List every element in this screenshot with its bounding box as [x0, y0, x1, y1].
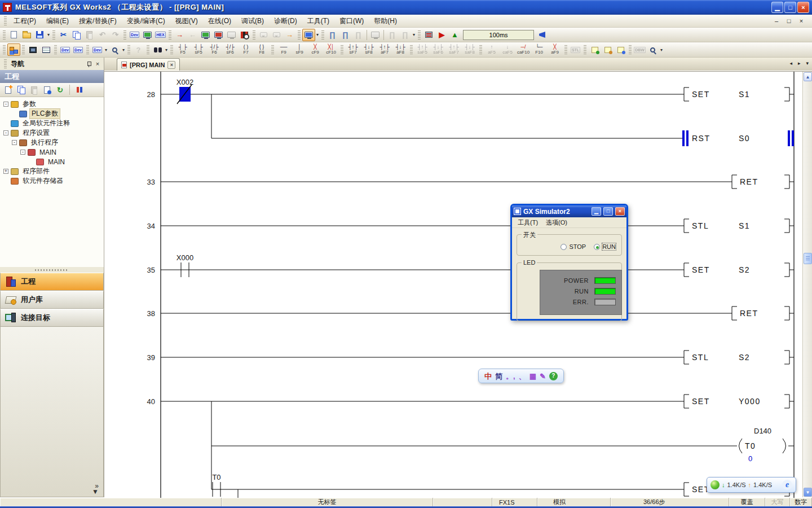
toolbar-grip[interactable]	[147, 45, 149, 54]
horizontal-line-button[interactable]: ──F9	[276, 43, 292, 56]
tree-item-程序部件[interactable]: +程序部件	[1, 167, 103, 176]
toolbar-grip[interactable]	[584, 45, 586, 54]
toolbar-grip[interactable]	[479, 45, 482, 54]
element-selection-button[interactable]	[27, 43, 39, 56]
refresh-button[interactable]: ↻	[55, 85, 65, 95]
menu-item-5[interactable]: 在线(O)	[203, 15, 236, 27]
more-chevron-icon[interactable]: ▼	[92, 489, 99, 494]
pin-icon[interactable]	[86, 62, 91, 67]
toolbar-grip[interactable]	[123, 30, 126, 40]
end-ladder-button[interactable]: └─F10	[531, 43, 547, 56]
menu-item-2[interactable]: 搜索/替换(F)	[74, 15, 122, 27]
menu-item-10[interactable]: 帮助(H)	[369, 15, 402, 27]
collapse-icon[interactable]: -	[20, 150, 25, 155]
open-project-button[interactable]	[20, 29, 33, 41]
tree-item-参数[interactable]: -参数	[1, 99, 103, 109]
stop-radio-circle[interactable]	[561, 244, 567, 250]
toolbar-grip[interactable]	[3, 30, 6, 40]
close-button[interactable]: ×	[797, 2, 809, 13]
toolbar-grip[interactable]	[54, 45, 57, 54]
expand-icon[interactable]: +	[3, 169, 8, 174]
step-execution-button[interactable]: ▲	[448, 29, 461, 41]
ime-help-icon[interactable]: ?	[549, 372, 558, 380]
monitor-stop-button[interactable]	[212, 29, 225, 41]
tab-scroll-left-icon[interactable]: ◂	[789, 60, 792, 66]
sidebar-splitter[interactable]	[0, 267, 104, 273]
rising-pulse-button[interactable]: ┤↑├sF7	[345, 43, 361, 56]
minimize-button[interactable]: ▁	[771, 2, 783, 13]
ime-punctuation-icon[interactable]: 。,	[506, 373, 515, 380]
device-comment-search-button[interactable]: Dev	[128, 29, 141, 41]
restore-button[interactable]: □	[784, 2, 796, 13]
ime-tool-icon[interactable]: ✎	[540, 373, 546, 380]
menu-item-8[interactable]: 工具(T)	[302, 15, 334, 27]
close-contact-button[interactable]: ┤/├F6	[206, 43, 222, 56]
delete-rung-button[interactable]: ╳aF9	[547, 43, 563, 56]
mdi-minimize-button[interactable]: –	[773, 17, 780, 24]
tree-item-PLC参数[interactable]: PLC参数	[1, 109, 103, 119]
toolbar-grip[interactable]	[629, 45, 632, 54]
toolbar-grip[interactable]	[271, 45, 274, 54]
menubar-grip[interactable]	[4, 16, 7, 25]
write-to-plc-button[interactable]: →	[173, 29, 186, 41]
new-project-button[interactable]	[7, 29, 20, 41]
device-test-button[interactable]: ∏	[326, 29, 339, 41]
browser-icon[interactable]: e	[782, 480, 792, 490]
copy-button[interactable]	[70, 29, 83, 41]
tree-item-MAIN[interactable]: MAIN	[1, 157, 103, 167]
invert-result-button[interactable]: ─/caF10	[515, 43, 531, 56]
save-project-button[interactable]	[33, 29, 46, 41]
toolbar-grip[interactable]	[253, 30, 255, 40]
close-branch-button[interactable]: ┤/├sF6	[222, 43, 238, 56]
workspace-tab-project[interactable]: 工程	[0, 273, 104, 291]
toolbar-grip[interactable]	[410, 45, 413, 54]
ime-softkeyboard-icon[interactable]: ▦	[529, 373, 536, 380]
break-setting-button[interactable]	[536, 29, 549, 41]
cross-reference-button[interactable]	[151, 43, 164, 56]
find-device-button[interactable]	[108, 43, 121, 56]
toolbar-grip[interactable]	[321, 30, 324, 40]
jump-button[interactable]: →	[283, 29, 296, 41]
falling-pulse-close-button[interactable]: ┤↓├aF8	[392, 43, 408, 56]
tree-item-软元件存储器[interactable]: 软元件存储器	[1, 176, 103, 186]
run-radio-circle[interactable]	[594, 244, 600, 250]
toolbar-grip[interactable]	[170, 45, 173, 54]
simulator-minimize-button[interactable]: ▁	[592, 207, 601, 216]
menu-item-1[interactable]: 编辑(E)	[41, 15, 74, 27]
tab-prg-main[interactable]: [PRG] MAIN ×	[117, 58, 180, 71]
menu-item-4[interactable]: 视图(V)	[170, 15, 203, 27]
simulator-close-button[interactable]: ×	[615, 207, 625, 216]
edit-comment-button[interactable]	[601, 43, 614, 56]
find-dropdown[interactable]: ▾	[121, 47, 126, 52]
workspace-tab-connection[interactable]: 连接目标	[0, 309, 104, 327]
coil-button[interactable]: ( )F7	[238, 43, 254, 56]
toolbar-grip[interactable]	[22, 45, 25, 54]
toolbar-grip[interactable]	[86, 45, 89, 54]
toolbar-grip[interactable]	[298, 30, 301, 40]
delete-horizontal-line-button[interactable]: ╳cF9	[307, 43, 323, 56]
mdi-close-button[interactable]: ×	[797, 17, 805, 24]
workspace-tab-user-library[interactable]: 用户库	[0, 291, 104, 309]
monitor-start-button[interactable]	[199, 29, 212, 41]
monitor-mode-dropdown[interactable]: ▾	[315, 32, 320, 37]
simulator-maximize-button[interactable]: □	[603, 207, 613, 216]
save-dropdown[interactable]: ▾	[46, 32, 51, 37]
vertical-line-button[interactable]: │sF9	[292, 43, 307, 56]
inline-st-button[interactable]	[588, 43, 601, 56]
menu-item-6[interactable]: 调试(B)	[236, 15, 269, 27]
open-contact-button[interactable]: ┤ ├F5	[175, 43, 191, 56]
menu-item-0[interactable]: 工程(P)	[8, 15, 41, 27]
skip-execution-button[interactable]	[422, 29, 435, 41]
collapse-icon[interactable]: -	[12, 140, 17, 145]
falling-pulse-button[interactable]: ┤↓├sF8	[361, 43, 377, 56]
scan-time-field[interactable]	[463, 30, 534, 40]
navigation-window-button[interactable]	[7, 43, 20, 56]
open-branch-button[interactable]: ┤ ├sF5	[191, 43, 206, 56]
ime-language-bar[interactable]: 中简。,、▦✎?	[478, 369, 564, 383]
scrollbar-thumb[interactable]	[804, 253, 812, 264]
application-instruction-button[interactable]: { }F8	[254, 43, 270, 56]
tree-item-执行程序[interactable]: -执行程序	[1, 138, 103, 147]
stop-radio[interactable]: STOP	[561, 243, 586, 250]
toolbar-grip[interactable]	[127, 45, 130, 54]
rising-pulse-close-button[interactable]: ┤↑├aF7	[377, 43, 392, 56]
